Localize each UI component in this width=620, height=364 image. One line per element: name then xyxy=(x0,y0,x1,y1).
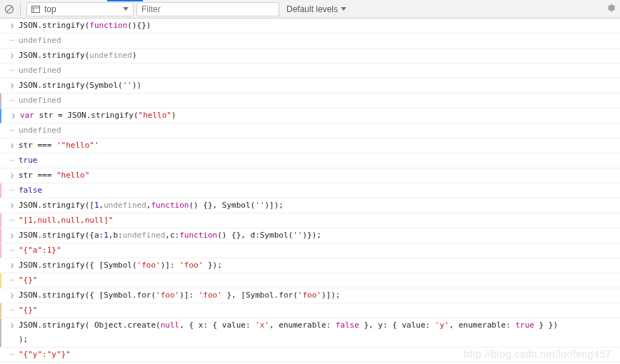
clear-console-icon[interactable] xyxy=(4,4,14,14)
code-content[interactable]: JSON.stringify({ [Symbol.for('foo')]: 'f… xyxy=(17,288,617,303)
code-content[interactable]: "{"y":"y"}" xyxy=(17,348,617,362)
console-output-row: ⟵false xyxy=(0,183,620,198)
output-arrow-icon: ⟵ xyxy=(7,93,17,108)
toolbar-separator xyxy=(20,3,21,16)
filter-field-wrapper xyxy=(136,2,279,16)
console-input-row: ❯JSON.stringify({ [Symbol.for('foo')]: '… xyxy=(0,288,620,303)
output-arrow-icon: ⟵ xyxy=(7,303,17,318)
svg-line-1 xyxy=(6,6,12,12)
log-levels-selector[interactable]: Default levels xyxy=(286,4,346,14)
output-arrow-icon: ⟵ xyxy=(7,243,17,258)
code-content[interactable]: undefined xyxy=(17,64,617,78)
output-arrow-icon: ⟵ xyxy=(7,123,17,138)
output-arrow-icon: ⟵ xyxy=(7,34,17,48)
console-input-row: ❯str === "hello" xyxy=(0,168,620,183)
code-content[interactable]: JSON.stringify( Object.create(null, { x:… xyxy=(17,318,617,347)
console-input-row: ❯JSON.stringify([1,undefined,function() … xyxy=(0,198,620,213)
console-output-row: ⟵undefined xyxy=(0,34,620,49)
output-arrow-icon: ⟵ xyxy=(7,64,17,78)
input-arrow-icon: ❯ xyxy=(7,228,17,243)
code-content[interactable]: JSON.stringify({a:1,b:undefined,c:functi… xyxy=(17,228,617,243)
input-arrow-icon: ❯ xyxy=(7,19,17,33)
active-tab-accent xyxy=(107,0,143,1)
input-arrow-icon: ❯ xyxy=(7,288,17,303)
code-content[interactable]: str === "hello" xyxy=(17,168,617,183)
console-input-row: ❯var str = JSON.stringify("hello") xyxy=(0,108,620,123)
output-arrow-icon: ⟵ xyxy=(7,213,17,228)
console-output-row: ⟵"{}" xyxy=(0,273,620,288)
filter-input[interactable] xyxy=(136,2,279,16)
context-selector[interactable]: top xyxy=(26,2,134,16)
input-arrow-icon: ❯ xyxy=(9,108,19,123)
console-log-area: ❯JSON.stringify(function(){})⟵undefined❯… xyxy=(0,19,620,364)
code-content[interactable]: JSON.stringify(undefined) xyxy=(17,49,617,63)
code-content[interactable]: JSON.stringify([1,undefined,function() {… xyxy=(17,198,617,213)
console-input-row: ❯JSON.stringify(undefined) xyxy=(0,49,620,64)
log-levels-label: Default levels xyxy=(286,4,338,14)
console-input-row: ❯JSON.stringify(Symbol('')) xyxy=(0,79,620,93)
code-content[interactable]: false xyxy=(17,183,617,198)
console-toolbar: top Default levels xyxy=(0,0,620,19)
console-input-row: ❯JSON.stringify({a:1,b:undefined,c:funct… xyxy=(0,228,620,243)
code-content[interactable]: undefined xyxy=(17,123,617,138)
context-label: top xyxy=(44,4,56,14)
chevron-down-icon xyxy=(123,7,129,11)
console-output-row: ⟵"[1,null,null,null]" xyxy=(0,213,620,228)
frame-icon xyxy=(31,6,40,13)
code-content[interactable]: true xyxy=(17,153,617,168)
code-content[interactable]: "{}" xyxy=(17,303,617,318)
console-output-row: ⟵undefined xyxy=(0,123,620,138)
console-output-row: ⟵undefined xyxy=(0,64,620,79)
code-content[interactable]: undefined xyxy=(17,93,617,108)
output-arrow-icon: ⟵ xyxy=(7,153,17,168)
output-arrow-icon: ⟵ xyxy=(7,348,17,362)
input-arrow-icon: ❯ xyxy=(7,198,17,213)
code-content[interactable]: str === '"hello"' xyxy=(17,138,617,153)
console-input-row: ❯str === '"hello"' xyxy=(0,138,620,153)
output-arrow-icon: ⟵ xyxy=(7,183,17,198)
console-input-row: ❯JSON.stringify(function(){}) xyxy=(0,19,620,34)
code-content[interactable]: JSON.stringify({ [Symbol('foo')]: 'foo' … xyxy=(17,258,617,273)
console-output-row: ⟵undefined xyxy=(0,93,620,108)
input-arrow-icon: ❯ xyxy=(7,258,17,273)
input-arrow-icon: ❯ xyxy=(7,138,17,153)
svg-rect-2 xyxy=(32,6,40,12)
console-input-row: ❯JSON.stringify({ [Symbol('foo')]: 'foo'… xyxy=(0,258,620,273)
code-content[interactable]: "{"a":1}" xyxy=(17,243,617,258)
input-arrow-icon: ❯ xyxy=(7,168,17,183)
code-content[interactable]: JSON.stringify(function(){}) xyxy=(17,19,617,33)
input-arrow-icon: ❯ xyxy=(7,49,17,63)
chevron-down-icon xyxy=(341,7,346,11)
code-content[interactable]: var str = JSON.stringify("hello") xyxy=(19,108,617,123)
code-content[interactable]: "{}" xyxy=(17,273,617,288)
console-output-row: ⟵"{}" xyxy=(0,303,620,318)
console-output-row: ⟵true xyxy=(0,153,620,168)
input-arrow-icon: ❯ xyxy=(7,79,17,93)
input-arrow-icon: ❯ xyxy=(7,318,17,333)
console-output-row: ⟵"{"a":1}" xyxy=(0,243,620,258)
code-content[interactable]: "[1,null,null,null]" xyxy=(17,213,617,228)
code-content[interactable]: JSON.stringify(Symbol('')) xyxy=(17,79,617,93)
console-input-row: ❯JSON.stringify( Object.create(null, { x… xyxy=(0,318,620,348)
output-arrow-icon: ⟵ xyxy=(7,273,17,288)
code-content[interactable]: undefined xyxy=(17,34,617,48)
gear-icon[interactable] xyxy=(606,3,616,15)
console-output-row: ⟵"{"y":"y"}" xyxy=(0,348,620,363)
